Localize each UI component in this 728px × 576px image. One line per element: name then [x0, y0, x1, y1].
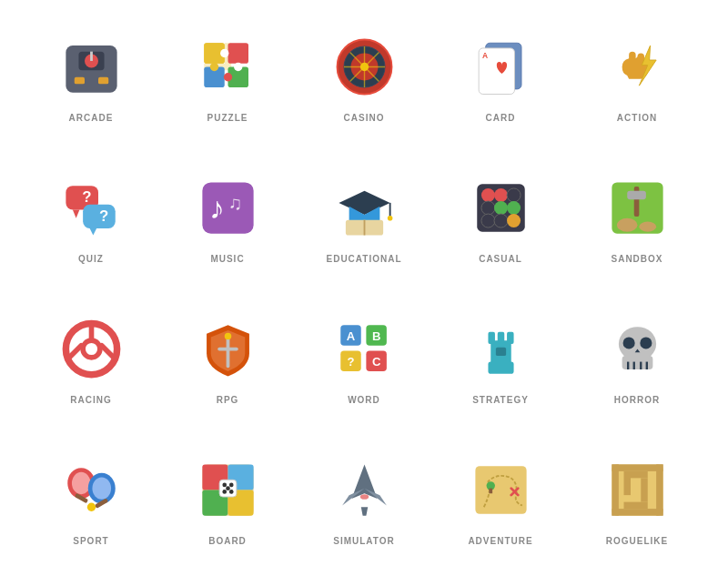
svg-text:?: ? — [98, 207, 107, 225]
svg-point-90 — [86, 503, 95, 511]
casual-icon — [464, 172, 537, 245]
icon-cell-music[interactable]: ♪ ♫ MUSIC — [164, 149, 291, 286]
svg-point-61 — [224, 333, 231, 340]
strategy-label: STRATEGY — [472, 395, 529, 405]
svg-rect-109 — [612, 464, 662, 471]
svg-point-48 — [507, 214, 521, 227]
arcade-icon — [55, 31, 127, 104]
casino-icon — [328, 31, 400, 104]
svg-rect-8 — [228, 43, 248, 64]
horror-icon — [601, 313, 673, 386]
svg-point-41 — [494, 188, 508, 202]
svg-point-45 — [507, 201, 521, 215]
svg-point-100 — [228, 490, 233, 494]
svg-point-53 — [639, 222, 656, 232]
svg-point-97 — [222, 483, 227, 488]
quiz-label: QUIZ — [78, 254, 104, 264]
svg-point-78 — [622, 337, 634, 349]
rpg-label: RPG — [217, 395, 239, 405]
svg-text:♪: ♪ — [208, 190, 224, 225]
svg-rect-113 — [623, 471, 631, 495]
board-icon — [191, 454, 264, 527]
icon-cell-educational[interactable]: EDUCATIONAL — [300, 149, 428, 286]
adventure-icon — [464, 454, 537, 527]
svg-rect-75 — [495, 348, 505, 356]
casual-label: CASUAL — [479, 254, 522, 264]
board-label: BOARD — [208, 536, 247, 546]
svg-point-43 — [480, 201, 494, 215]
svg-text:♫: ♫ — [228, 192, 241, 213]
svg-marker-27 — [72, 209, 79, 217]
word-icon: A B ? C — [328, 313, 400, 386]
svg-rect-74 — [507, 332, 514, 344]
puzzle-label: PUZZLE — [207, 113, 248, 123]
icon-cell-adventure[interactable]: ADVENTURE — [437, 431, 564, 568]
adventure-label: ADVENTURE — [468, 536, 532, 546]
svg-point-85 — [71, 472, 90, 494]
svg-point-102 — [359, 494, 368, 500]
icon-cell-word[interactable]: A B ? C WORD — [300, 290, 428, 427]
icon-cell-roguelike[interactable]: ROGUELIKE — [573, 431, 701, 568]
icon-cell-arcade[interactable]: ARCADE — [27, 8, 155, 145]
svg-line-58 — [101, 346, 115, 359]
svg-point-13 — [209, 63, 217, 71]
roguelike-icon — [601, 454, 673, 527]
icon-cell-sport[interactable]: SPORT — [27, 431, 155, 568]
icon-cell-quiz[interactable]: ? ? QUIZ — [27, 149, 155, 286]
svg-point-12 — [234, 63, 242, 71]
sandbox-icon — [601, 172, 673, 245]
svg-marker-30 — [89, 228, 96, 236]
racing-label: RACING — [70, 395, 111, 405]
svg-rect-73 — [497, 332, 504, 344]
svg-rect-103 — [475, 466, 526, 514]
svg-point-47 — [494, 214, 508, 227]
icon-grid: ARCADE PUZZLE — [9, 0, 719, 576]
svg-line-57 — [67, 346, 81, 359]
music-label: MUSIC — [210, 254, 244, 264]
svg-point-99 — [222, 490, 227, 494]
icon-cell-action[interactable]: ACTION — [573, 8, 701, 145]
svg-point-52 — [617, 218, 638, 232]
icon-cell-horror[interactable]: HORROR — [573, 290, 701, 427]
icon-cell-simulator[interactable]: SIMULATOR — [300, 431, 428, 568]
sport-label: SPORT — [73, 536, 108, 546]
icon-cell-card[interactable]: A CARD — [437, 8, 564, 145]
icon-cell-board[interactable]: BOARD — [164, 431, 291, 568]
strategy-icon — [464, 313, 537, 386]
svg-text:A: A — [346, 329, 355, 343]
puzzle-icon — [191, 31, 264, 104]
horror-label: HORROR — [614, 395, 660, 405]
svg-rect-114 — [623, 502, 647, 510]
svg-point-14 — [223, 73, 231, 81]
card-icon: A — [464, 31, 537, 104]
rpg-icon — [191, 313, 264, 386]
svg-rect-107 — [489, 489, 492, 494]
svg-point-42 — [507, 188, 521, 202]
svg-point-98 — [228, 483, 233, 488]
svg-point-38 — [387, 216, 392, 221]
svg-point-44 — [494, 201, 508, 215]
svg-rect-5 — [98, 77, 108, 85]
roguelike-label: ROGUELIKE — [606, 536, 668, 546]
icon-cell-puzzle[interactable]: PUZZLE — [164, 8, 291, 145]
svg-point-79 — [640, 337, 652, 349]
word-label: WORD — [348, 395, 380, 405]
svg-rect-77 — [622, 356, 652, 369]
racing-icon — [55, 313, 127, 386]
icon-cell-casual[interactable]: CASUAL — [437, 149, 564, 286]
icon-cell-rpg[interactable]: RPG — [164, 290, 291, 427]
sport-icon — [55, 454, 127, 527]
icon-cell-strategy[interactable]: STRATEGY — [437, 290, 564, 427]
icon-cell-casino[interactable]: CASINO — [300, 8, 428, 145]
svg-rect-110 — [612, 509, 662, 516]
svg-point-88 — [92, 477, 111, 499]
educational-label: EDUCATIONAL — [326, 254, 401, 264]
svg-point-40 — [480, 188, 494, 202]
icon-cell-racing[interactable]: RACING — [27, 290, 155, 427]
svg-rect-111 — [612, 464, 619, 515]
educational-icon — [328, 172, 400, 245]
svg-text:A: A — [481, 51, 487, 60]
icon-cell-sandbox[interactable]: SANDBOX — [573, 149, 701, 286]
sandbox-label: SANDBOX — [611, 254, 662, 264]
action-label: ACTION — [617, 113, 657, 123]
